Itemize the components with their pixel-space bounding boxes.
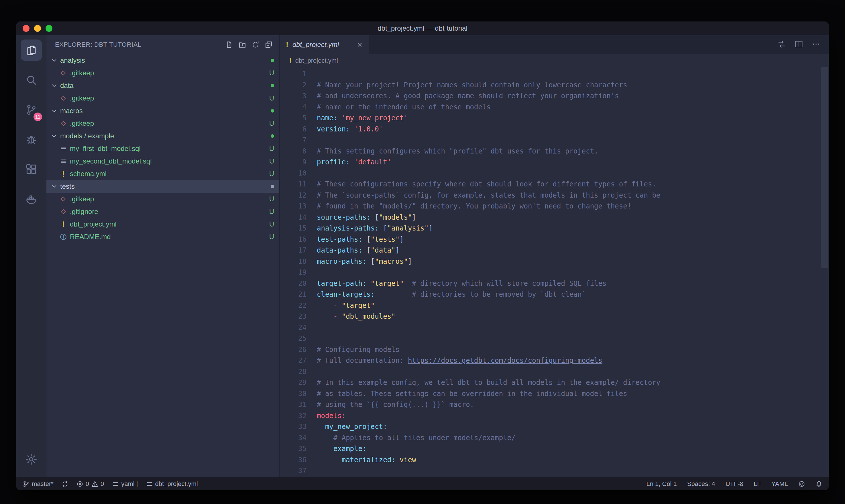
minimize-window-button[interactable] [34,25,41,32]
code-line[interactable]: 15analysis-paths: ["analysis"] [280,223,829,234]
more-actions-button[interactable] [811,39,821,50]
code-line[interactable]: 5name: 'my_new_project' [280,112,829,124]
code-line[interactable]: 10 [280,168,829,179]
code-line[interactable]: 23 - "dbt_modules" [280,311,829,322]
code-token: "dbt_modules" [342,312,396,321]
tree-folder-data[interactable]: data [47,79,279,92]
code-token: [ [375,213,379,221]
code-line[interactable]: 27# Full documentation: https://docs.get… [280,355,829,366]
code-line[interactable]: 12# The `source-paths` config, for examp… [280,190,829,201]
explorer-sidebar: EXPLORER: DBT-TUTORIAL analysis.gitkeepU… [47,35,280,477]
line-number: 2 [280,79,306,91]
status-encoding[interactable]: UTF-8 [725,480,743,488]
refresh-explorer-button[interactable] [249,38,262,51]
tree-file-dbt-project-yml[interactable]: dbt_project.ymlU [47,218,279,231]
close-tab-icon[interactable]: × [357,40,362,50]
code-line[interactable]: 35 example: [280,443,829,454]
tree-folder-macros[interactable]: macros [47,105,279,117]
activity-search[interactable] [16,65,46,95]
code-line[interactable]: 36 materialized: view [280,454,829,466]
code-line[interactable]: 21clean-targets: # directories to be rem… [280,289,829,300]
code-line[interactable]: 3# and underscores. A good package name … [280,90,829,102]
code-line[interactable]: 33 my_new_project: [280,421,829,432]
code-line[interactable]: 2# Name your project! Project names shou… [280,79,829,91]
code-line[interactable]: 14source-paths: ["models"] [280,212,829,223]
code-line[interactable]: 9profile: 'default' [280,157,829,168]
code-line[interactable]: 11# These configurations specify where d… [280,179,829,190]
status-yaml-indicator[interactable]: yaml | [112,480,138,488]
code-line[interactable]: 32models: [280,410,829,421]
split-icon [794,39,804,49]
tab-dbt-project-yml[interactable]: ! dbt_project.yml × [280,35,369,54]
code-line[interactable]: 19 [280,267,829,278]
code-line[interactable]: 30# as tables. These settings can be ove… [280,388,829,399]
code-line[interactable]: 8# This setting configures which "profil… [280,146,829,157]
tree-folder-models-example[interactable]: models / example [47,130,279,142]
code-line[interactable]: 20target-path: "target" # directory whic… [280,278,829,289]
code-line[interactable]: 4# name or the intended use of these mod… [280,102,829,113]
code-line[interactable]: 17data-paths: ["data"] [280,245,829,256]
tree-file-schema-yml[interactable]: schema.ymlU [47,167,279,180]
zoom-window-button[interactable] [46,25,52,32]
code-line[interactable]: 34 # Applies to all files under models/e… [280,432,829,444]
code-line[interactable]: 7 [280,134,829,146]
new-folder-button[interactable] [236,38,249,51]
activity-docker[interactable] [16,184,46,214]
status-active-file[interactable]: dbt_project.yml [146,480,198,488]
minimap[interactable] [759,70,816,125]
editor-scrollbar[interactable] [821,67,828,268]
open-changes-button[interactable] [777,39,786,50]
activity-run-debug[interactable] [16,125,46,154]
tree-file-gitignore[interactable]: .gitignoreU [47,205,279,218]
code-line[interactable]: 26# Configuring models [280,344,829,355]
status-language-mode[interactable]: YAML [771,480,788,488]
tree-file-readme-md[interactable]: README.mdU [47,231,279,243]
status-sync-changes[interactable] [61,481,69,487]
tree-file-gitkeep[interactable]: .gitkeepU [47,193,279,205]
tree-file-my-second-dbt-model-sql[interactable]: my_second_dbt_model.sqlU [47,155,279,167]
ellipsis-icon [811,39,821,49]
activity-source-control[interactable]: 11 [16,95,46,125]
tree-item-label: .gitkeep [70,69,94,77]
activity-extensions[interactable] [16,154,46,184]
status-git-branch[interactable]: master* [23,480,54,488]
code-line[interactable]: 31# using the `{{ config(...) }}` macro. [280,399,829,410]
status-notifications[interactable] [815,481,822,487]
code-line[interactable]: 16test-paths: ["tests"] [280,234,829,245]
status-problems[interactable]: 00 [76,480,104,488]
code-editor[interactable]: 12# Name your project! Project names sho… [280,67,829,477]
tree-file-my-first-dbt-model-sql[interactable]: my_first_dbt_model.sqlU [47,142,279,155]
close-window-button[interactable] [23,25,30,32]
status-indentation[interactable]: Spaces: 4 [687,480,715,488]
collapse-folders-button[interactable] [262,38,275,51]
split-editor-button[interactable] [794,39,804,50]
code-line[interactable]: 22 - "target" [280,300,829,311]
tree-file-gitkeep[interactable]: .gitkeepU [47,92,279,105]
activity-explorer[interactable] [16,35,46,65]
chevron-down-icon [50,82,58,89]
code-line[interactable]: 37 [280,465,829,476]
code-line[interactable]: 25 [280,333,829,344]
status-cursor-position[interactable]: Ln 1, Col 1 [646,480,677,488]
code-text: analysis-paths: ["analysis"] [317,223,433,234]
status-feedback[interactable] [798,481,805,487]
code-line[interactable]: 18macro-paths: ["macros"] [280,256,829,267]
breadcrumb-file[interactable]: dbt_project.yml [295,57,338,65]
code-link[interactable]: https://docs.getdbt.com/docs/configuring… [408,357,603,364]
activity-settings[interactable] [16,445,46,474]
tree-folder-tests[interactable]: tests [47,180,279,193]
tree-file-gitkeep[interactable]: .gitkeepU [47,117,279,130]
code-token: # directory which will store compiled SQ… [412,280,606,288]
code-line[interactable]: 24 [280,322,829,333]
status-eol[interactable]: LF [754,480,761,488]
code-line[interactable]: 13# found in the "models/" directory. Yo… [280,201,829,212]
tree-folder-analysis[interactable]: analysis [47,54,279,67]
tree-file-gitkeep[interactable]: .gitkeepU [47,67,279,79]
code-line[interactable]: 1 [280,69,829,79]
new-file-button[interactable] [222,38,236,51]
code-line[interactable]: 6version: '1.0.0' [280,124,829,135]
code-token: view [400,456,416,464]
code-line[interactable]: 29# In this example config, we tell dbt … [280,377,829,388]
status-text: Ln 1, Col 1 [646,480,677,488]
code-line[interactable]: 28 [280,366,829,377]
